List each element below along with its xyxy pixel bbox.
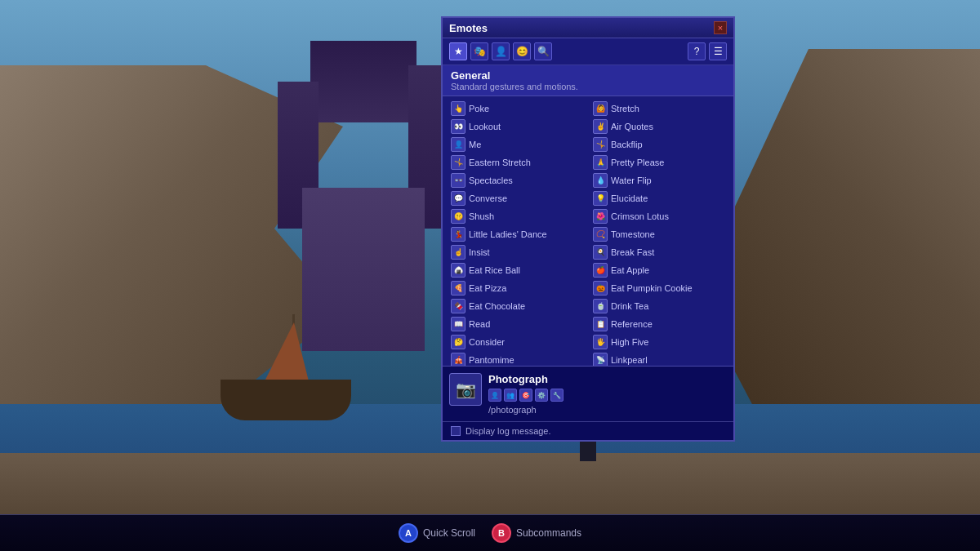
emote-item-lookout[interactable]: 👀 Lookout — [446, 118, 588, 136]
emote-detail-panel: 📷 Photograph 👤 👥 🎯 ⚙️ 🔧 /photograph — [443, 366, 733, 421]
emote-icon-spectacles: 👓 — [451, 173, 466, 188]
emote-label-read: Read — [469, 319, 490, 329]
emote-item-eat-pumpkin-cookie[interactable]: 🎃 Eat Pumpkin Cookie — [588, 279, 730, 297]
emote-label-break-fast: Break Fast — [611, 247, 654, 257]
emote-item-shush[interactable]: 🤫 Shush — [446, 207, 588, 225]
detail-sub-icon-3: 🎯 — [519, 389, 532, 402]
window-titlebar: Emotes × — [443, 18, 733, 38]
emote-icon-high-five: 🖐️ — [593, 335, 608, 349]
toolbar-emotes-icon[interactable]: 🎭 — [470, 42, 488, 60]
emote-label-drink-tea: Drink Tea — [611, 301, 648, 311]
emote-item-high-five[interactable]: 🖐️ High Five — [588, 333, 730, 351]
emote-icon-reference: 📋 — [593, 317, 608, 331]
emote-label-eat-chocolate: Eat Chocolate — [469, 301, 525, 311]
emote-item-linkpearl[interactable]: 📡 Linkpearl — [588, 351, 730, 366]
emote-item-crimson-lotus[interactable]: 🌺 Crimson Lotus — [588, 207, 730, 225]
toolbar-search-icon[interactable]: 🔍 — [534, 42, 552, 60]
emote-item-pantomime[interactable]: 🎪 Pantomime — [446, 351, 588, 366]
emote-icon-converse: 💬 — [451, 191, 466, 206]
quick-scroll-button[interactable]: A — [399, 523, 418, 543]
castle-top — [310, 41, 416, 122]
close-button[interactable]: × — [714, 21, 727, 34]
toolbar-character-icon[interactable]: 👤 — [492, 42, 510, 60]
emote-label-reference: Reference — [611, 319, 653, 329]
window-toolbar: ★ 🎭 👤 😊 🔍 ? ☰ — [443, 38, 733, 65]
emote-item-little-ladies-dance[interactable]: 💃 Little Ladies' Dance — [446, 225, 588, 243]
emote-item-eat-rice-ball[interactable]: 🍙 Eat Rice Ball — [446, 261, 588, 279]
emote-icon-crimson-lotus: 🌺 — [593, 209, 608, 224]
toolbar-menu-icon[interactable]: ☰ — [709, 42, 727, 60]
emote-icon-poke: 👆 — [451, 101, 466, 116]
detail-sub-icon-2: 👥 — [504, 389, 517, 402]
emote-label-spectacles: Spectacles — [469, 176, 513, 185]
emote-item-reference[interactable]: 📋 Reference — [588, 315, 730, 333]
emote-label-linkpearl: Linkpearl — [611, 355, 648, 365]
emote-item-break-fast[interactable]: 🍳 Break Fast — [588, 243, 730, 261]
emote-item-eat-pizza[interactable]: 🍕 Eat Pizza — [446, 279, 588, 297]
emote-item-pretty-please[interactable]: 🙏 Pretty Please — [588, 153, 730, 171]
emote-label-backflip: Backflip — [611, 140, 643, 149]
detail-info: Photograph 👤 👥 🎯 ⚙️ 🔧 /photograph — [488, 373, 727, 415]
ship-sail — [261, 322, 310, 388]
emote-item-drink-tea[interactable]: 🍵 Drink Tea — [588, 297, 730, 315]
detail-emote-icon: 📷 — [449, 373, 482, 406]
emote-icon-eat-apple: 🍎 — [593, 263, 608, 278]
emote-column-left: 👆 Poke 👀 Lookout 👤 Me 🤸 Eastern Stretch … — [446, 100, 588, 366]
detail-emote-name: Photograph — [488, 373, 727, 385]
hud-quick-scroll: A Quick Scroll — [399, 523, 475, 543]
toolbar-expressions-icon[interactable]: 😊 — [513, 42, 531, 60]
emote-label-shush: Shush — [469, 211, 494, 221]
emote-icon-me: 👤 — [451, 137, 466, 152]
emote-label-stretch: Stretch — [611, 104, 639, 113]
emote-item-air-quotes[interactable]: ✌️ Air Quotes — [588, 118, 730, 136]
toolbar-favorites-icon[interactable]: ★ — [449, 42, 467, 60]
emote-icon-linkpearl: 📡 — [593, 353, 608, 366]
emote-label-pretty-please: Pretty Please — [611, 158, 664, 167]
subcommands-label: Subcommands — [516, 527, 581, 539]
emote-columns: 👆 Poke 👀 Lookout 👤 Me 🤸 Eastern Stretch … — [446, 100, 730, 366]
emote-icon-backflip: 🤸 — [593, 137, 608, 152]
emote-item-eat-apple[interactable]: 🍎 Eat Apple — [588, 261, 730, 279]
emote-icon-air-quotes: ✌️ — [593, 119, 608, 134]
detail-icons-row: 👤 👥 🎯 ⚙️ 🔧 — [488, 389, 727, 402]
emote-item-eastern-stretch[interactable]: 🤸 Eastern Stretch — [446, 153, 588, 171]
emote-item-eat-chocolate[interactable]: 🍫 Eat Chocolate — [446, 297, 588, 315]
emote-icon-drink-tea: 🍵 — [593, 299, 608, 313]
emote-icon-elucidate: 💡 — [593, 191, 608, 206]
detail-emote-command: /photograph — [488, 405, 727, 415]
window-title: Emotes — [449, 22, 488, 34]
detail-sub-icon-5: 🔧 — [550, 389, 564, 402]
emote-icon-little-ladies-dance: 💃 — [451, 227, 466, 242]
ship-hull — [220, 380, 351, 420]
emote-label-lookout: Lookout — [469, 122, 501, 131]
emote-label-tomestone: Tomestone — [611, 229, 655, 239]
emote-item-tomestone[interactable]: 📿 Tomestone — [588, 225, 730, 243]
emote-label-little-ladies-dance: Little Ladies' Dance — [469, 229, 547, 239]
emote-item-insist[interactable]: ☝️ Insist — [446, 243, 588, 261]
category-description: Standard gestures and motions. — [451, 82, 725, 91]
subcommands-button[interactable]: B — [492, 523, 511, 543]
emote-label-me: Me — [469, 140, 481, 149]
emote-item-stretch[interactable]: 🙆 Stretch — [588, 100, 730, 118]
ship — [204, 322, 368, 420]
emote-label-pantomime: Pantomime — [469, 355, 514, 365]
emote-list-container[interactable]: 👆 Poke 👀 Lookout 👤 Me 🤸 Eastern Stretch … — [443, 96, 733, 366]
hud-bar: A Quick Scroll B Subcommands — [0, 514, 980, 551]
toolbar-help-icon[interactable]: ? — [688, 42, 706, 60]
display-log-checkbox[interactable] — [451, 426, 461, 436]
emote-item-elucidate[interactable]: 💡 Elucidate — [588, 189, 730, 207]
emote-label-crimson-lotus: Crimson Lotus — [611, 211, 669, 221]
emote-item-consider[interactable]: 🤔 Consider — [446, 333, 588, 351]
emote-item-spectacles[interactable]: 👓 Spectacles — [446, 171, 588, 189]
toolbar-right: ? ☰ — [688, 42, 727, 60]
emote-item-backflip[interactable]: 🤸 Backflip — [588, 136, 730, 153]
detail-sub-icon-1: 👤 — [488, 389, 501, 402]
emote-item-me[interactable]: 👤 Me — [446, 136, 588, 153]
emote-icon-pantomime: 🎪 — [451, 353, 466, 366]
emote-label-eat-rice-ball: Eat Rice Ball — [469, 265, 520, 275]
emote-item-poke[interactable]: 👆 Poke — [446, 100, 588, 118]
emote-item-converse[interactable]: 💬 Converse — [446, 189, 588, 207]
emote-label-water-flip: Water Flip — [611, 176, 652, 185]
emote-item-water-flip[interactable]: 💧 Water Flip — [588, 171, 730, 189]
emote-item-read[interactable]: 📖 Read — [446, 315, 588, 333]
